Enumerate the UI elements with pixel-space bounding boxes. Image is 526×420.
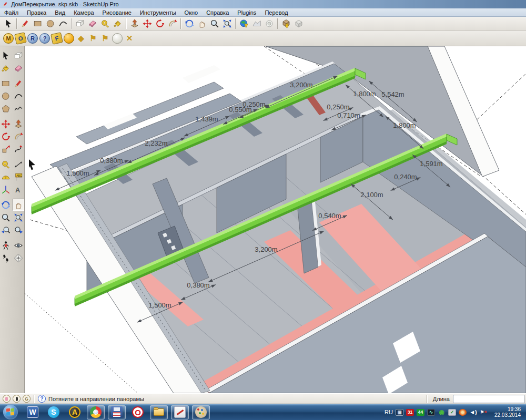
share-model-button[interactable] <box>292 18 305 29</box>
tape-measure-button[interactable] <box>99 18 112 29</box>
make-component-button[interactable] <box>74 18 86 29</box>
select-button[interactable] <box>2 18 15 29</box>
add-location-button[interactable] <box>238 18 250 29</box>
toggle-terrain-button[interactable] <box>250 18 263 29</box>
text-tool[interactable] <box>13 171 24 183</box>
photo-textures-button[interactable] <box>263 18 276 29</box>
zoomext-tool[interactable] <box>13 211 24 223</box>
zoomprev-tool[interactable] <box>0 224 12 236</box>
geolocation-icon[interactable] <box>3 395 11 403</box>
menu-item-вид[interactable]: Вид <box>50 9 69 16</box>
rectangle-button[interactable] <box>32 18 44 29</box>
menu-item-перевод[interactable]: Перевод <box>260 9 292 16</box>
plugin-button-2[interactable]: R <box>27 33 38 44</box>
plugin-button-5[interactable] <box>64 33 74 44</box>
followme-tool[interactable] <box>13 143 24 155</box>
taskbar-app-explorer[interactable] <box>150 405 168 419</box>
taskbar-app-skype[interactable]: S <box>45 405 63 419</box>
network-icon[interactable]: ▣ <box>396 409 403 416</box>
taskbar-app-save-tool[interactable] <box>108 405 126 419</box>
plugin-button-3[interactable]: ? <box>39 33 50 44</box>
tray-clock[interactable]: 19:36 22.03.2014 <box>490 406 524 418</box>
claim-model-icon[interactable]: G <box>23 395 31 403</box>
menu-item-рисование[interactable]: Рисование <box>98 9 136 16</box>
push-pull-button[interactable] <box>128 18 141 29</box>
menu-item-камера[interactable]: Камера <box>69 9 98 16</box>
pan-button[interactable] <box>196 18 208 29</box>
scale-tool[interactable] <box>0 143 12 155</box>
walk-tool[interactable] <box>0 252 12 264</box>
menu-item-правка[interactable]: Правка <box>23 9 50 16</box>
move-button[interactable] <box>141 18 154 29</box>
compass-tool[interactable] <box>13 252 24 264</box>
protractor-tool[interactable] <box>0 171 12 183</box>
paint-bucket-button[interactable] <box>112 18 124 29</box>
model-viewport[interactable]: 3,200m1,800m5,542m0,250m0,550m0,250m0,71… <box>25 46 526 393</box>
menu-item-справка[interactable]: Справка <box>202 9 233 16</box>
zoom-tool[interactable] <box>0 211 12 223</box>
taskbar-app-word[interactable]: W <box>24 405 42 419</box>
freehand-tool[interactable] <box>13 103 24 115</box>
axes-tool[interactable] <box>0 183 12 196</box>
plugin-button-8[interactable]: ⚑ <box>100 33 110 44</box>
arc-button[interactable] <box>57 18 69 29</box>
tape-tool[interactable] <box>0 158 12 170</box>
plugin-button-6[interactable]: ◆ <box>76 33 86 44</box>
camera-tool[interactable] <box>0 239 12 251</box>
arrow-tool[interactable] <box>0 49 12 62</box>
zoom-button[interactable] <box>208 18 221 29</box>
box-tool[interactable] <box>13 49 24 62</box>
volume-icon[interactable]: ◄) <box>469 409 477 416</box>
rotate-tool[interactable] <box>0 130 12 142</box>
rotate-button[interactable] <box>154 18 166 29</box>
taskbar-app-sketchup[interactable] <box>171 405 189 419</box>
eraser-button[interactable] <box>86 18 99 29</box>
monitor-graph-icon[interactable]: ∿ <box>427 409 435 416</box>
plugin-button-0[interactable]: M <box>3 33 14 44</box>
offset-tool[interactable] <box>13 130 24 142</box>
menu-item-файл[interactable]: Файл <box>0 9 23 16</box>
nvidia-icon[interactable]: ◉ <box>438 409 446 416</box>
dims-tool[interactable] <box>13 158 24 170</box>
pencil-tool[interactable] <box>13 77 24 89</box>
pushpull-tool[interactable] <box>13 118 24 130</box>
taskbar-app-opera[interactable]: O <box>129 405 147 419</box>
tray-badge-red[interactable]: 31 <box>406 409 414 416</box>
plugin-button-7[interactable]: ⚑ <box>88 33 98 44</box>
start-button[interactable] <box>3 405 18 419</box>
menu-item-plugins[interactable]: Plugins <box>233 9 260 16</box>
orbit-button[interactable] <box>183 18 196 29</box>
eye-tool[interactable] <box>13 239 24 251</box>
title-bar[interactable]: ДомПерекрытие. skp.skb - SketchUp Pro <box>0 0 526 8</box>
get-models-button[interactable] <box>280 18 292 29</box>
circle-button[interactable] <box>44 18 57 29</box>
plugin-button-4[interactable]: F <box>50 32 63 45</box>
taskbar-app-paint[interactable] <box>192 405 210 419</box>
taskbar-app-aimp[interactable]: A <box>66 405 84 419</box>
rect-tool[interactable] <box>0 77 12 89</box>
plugin-button-1[interactable]: O <box>14 32 27 45</box>
zoomnext-tool[interactable] <box>13 224 24 236</box>
orbit-tool[interactable] <box>0 199 12 211</box>
line-button[interactable] <box>19 18 32 29</box>
menu-item-инструменты[interactable]: Инструменты <box>136 9 180 16</box>
zoom-extents-button[interactable] <box>221 18 234 29</box>
bucket-tool[interactable] <box>0 62 12 74</box>
text3d-tool[interactable] <box>13 183 24 196</box>
language-indicator[interactable]: RU <box>385 409 393 415</box>
tray-badge-green[interactable]: 44 <box>417 409 424 416</box>
measurement-input[interactable] <box>453 395 524 403</box>
polygon-tool[interactable] <box>0 103 12 115</box>
taskbar-app-chrome[interactable] <box>87 405 105 419</box>
arc-tool[interactable] <box>13 90 24 102</box>
menu-item-окно[interactable]: Окно <box>180 9 203 16</box>
hand-tool[interactable] <box>13 199 24 211</box>
help-icon[interactable]: ? <box>38 395 46 403</box>
plugin-button-9[interactable] <box>112 33 123 44</box>
eraser-tool[interactable] <box>13 62 24 74</box>
plugin-button-10[interactable]: ✕ <box>124 33 135 44</box>
move-tool[interactable] <box>0 118 12 130</box>
usb-icon[interactable]: ✓ <box>448 409 456 416</box>
circle-tool[interactable] <box>0 90 12 102</box>
antivirus-icon[interactable] <box>459 409 467 416</box>
